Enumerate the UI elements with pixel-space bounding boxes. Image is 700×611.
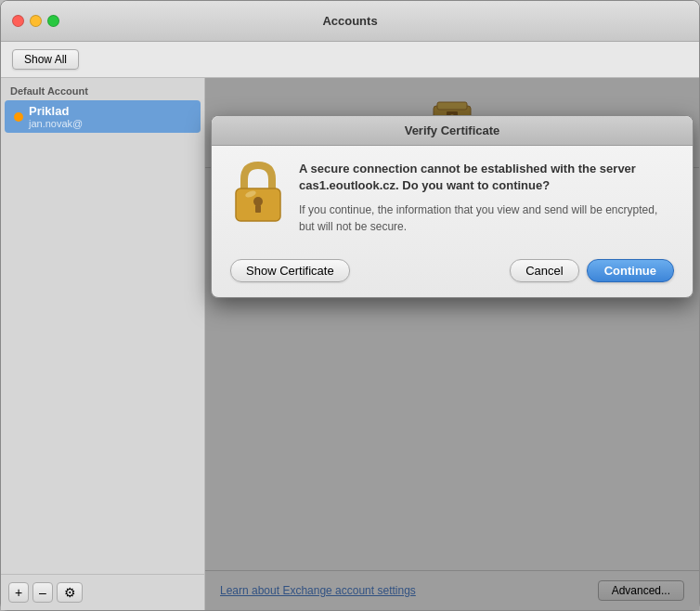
maximize-button[interactable] (47, 15, 59, 27)
continue-button[interactable]: Continue (587, 259, 674, 282)
cancel-button[interactable]: Cancel (510, 259, 578, 282)
sidebar-header: Default Account (1, 78, 204, 100)
show-all-button[interactable]: Show All (12, 49, 79, 70)
modal-heading: A secure connection cannot be establishe… (299, 161, 674, 194)
modal-right-buttons: Cancel Continue (510, 259, 674, 282)
add-account-button[interactable]: + (8, 582, 29, 603)
remove-account-button[interactable]: – (32, 582, 53, 603)
traffic-lights (12, 15, 59, 27)
svg-rect-6 (255, 205, 261, 213)
sidebar-bottom: + – ⚙ (1, 574, 204, 610)
account-icon (14, 112, 23, 122)
svg-point-5 (253, 197, 263, 206)
content-area: Default Account Priklad jan.novak@ + – ⚙ (1, 78, 699, 610)
modal-body: A secure connection cannot be establishe… (212, 146, 693, 250)
show-certificate-button[interactable]: Show Certificate (230, 259, 350, 282)
minimize-button[interactable] (30, 15, 42, 27)
modal-text-area: A secure connection cannot be establishe… (299, 161, 674, 235)
verify-certificate-dialog: Verify Certificate (211, 115, 694, 298)
sidebar-item-priklad[interactable]: Priklad jan.novak@ (5, 100, 201, 133)
main-panel: Priklad Method: User Name and Password K… (205, 78, 699, 610)
modal-overlay: Verify Certificate (205, 78, 699, 610)
sidebar-item-name: Priklad (29, 104, 83, 118)
sidebar: Default Account Priklad jan.novak@ + – ⚙ (1, 78, 205, 610)
gear-button[interactable]: ⚙ (57, 582, 83, 603)
modal-footer: Show Certificate Cancel Continue (212, 250, 693, 297)
modal-body-text: If you continue, the information that yo… (299, 202, 674, 235)
modal-title-bar: Verify Certificate (212, 116, 693, 146)
lock-icon (230, 161, 286, 226)
title-bar: Accounts (1, 1, 699, 42)
window-title: Accounts (322, 14, 377, 28)
main-window: Accounts Show All Default Account Prikla… (0, 0, 700, 611)
sidebar-item-email: jan.novak@ (29, 118, 83, 129)
sidebar-item-content: Priklad jan.novak@ (29, 104, 83, 129)
close-button[interactable] (12, 15, 24, 27)
toolbar: Show All (1, 42, 699, 78)
modal-title: Verify Certificate (405, 124, 500, 137)
